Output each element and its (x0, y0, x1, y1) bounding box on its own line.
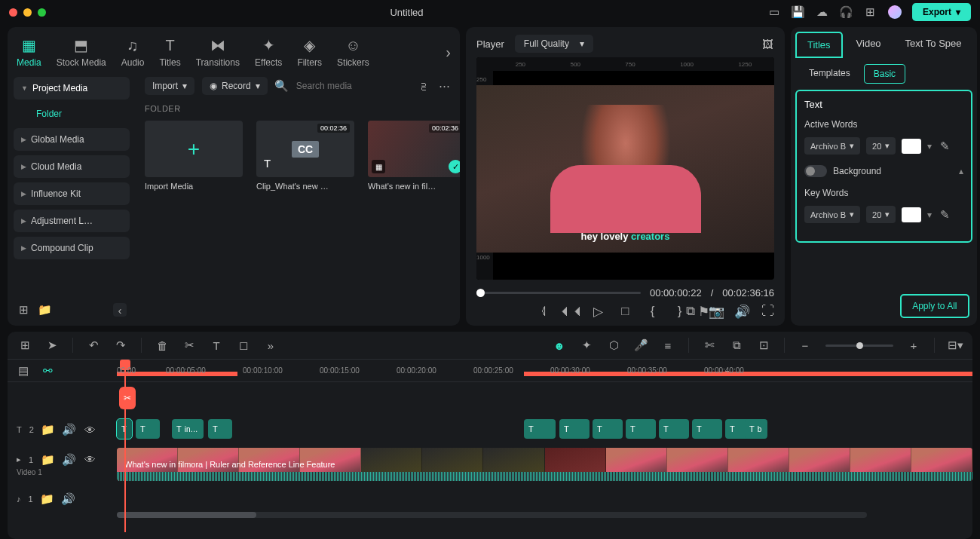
redo-icon[interactable]: ↷ (114, 338, 127, 352)
filter-icon[interactable]: ⫔ (417, 79, 430, 93)
text-clip[interactable]: Tb (745, 419, 767, 439)
media-item-cc-clip[interactable]: 00:02:36CCT Clip_What's new … (256, 121, 354, 191)
headphones-icon[interactable]: 🎧 (840, 5, 853, 19)
text-clip[interactable]: T (692, 419, 722, 439)
close-window[interactable] (9, 8, 17, 17)
media-item-import[interactable]: + Import Media (145, 121, 243, 191)
eyedropper-icon[interactable]: ✎ (938, 208, 951, 222)
cloud-icon[interactable]: ☁ (816, 5, 829, 19)
active-size-select[interactable]: 20▾ (866, 137, 896, 155)
text-clip[interactable]: T (659, 419, 689, 439)
collapse-sidebar-icon[interactable]: ‹ (113, 303, 127, 317)
chevron-down-icon[interactable]: ▾ (927, 210, 932, 220)
audio-track-content[interactable] (113, 488, 972, 510)
scrub-bar[interactable] (476, 292, 641, 294)
tab-titles[interactable]: TTitles (159, 34, 180, 71)
view-options-icon[interactable]: ⊟▾ (948, 338, 962, 352)
import-button[interactable]: Import▾ (145, 77, 194, 95)
play-icon[interactable]: ▷ (592, 305, 605, 318)
folder-icon[interactable]: 📁 (38, 303, 51, 317)
key-size-select[interactable]: 20▾ (866, 206, 896, 223)
background-toggle[interactable] (804, 165, 827, 177)
expand-icon[interactable]: ⊡ (757, 338, 770, 352)
text-tool-icon[interactable]: T (210, 338, 223, 352)
text-clip[interactable]: Tin… (172, 419, 204, 439)
subtab-basic[interactable]: Basic (864, 64, 905, 84)
quality-select[interactable]: Full Quality▾ (515, 35, 593, 53)
apply-to-all-button[interactable]: Apply to All (900, 294, 969, 318)
new-folder-icon[interactable]: ⊞ (17, 303, 30, 317)
split-icon[interactable]: ✂ (182, 338, 196, 352)
track-mute-icon[interactable]: 🔊 (63, 423, 76, 436)
export-button[interactable]: Export▾ (912, 3, 971, 21)
tab-effects[interactable]: ✦Effects (255, 33, 282, 71)
text-clip[interactable]: T (593, 419, 623, 439)
cut-at-playhead-button[interactable]: ✂ (119, 387, 136, 409)
user-avatar[interactable] (888, 5, 902, 19)
camera-icon[interactable]: 📷 (709, 305, 723, 318)
minimize-window[interactable] (23, 8, 32, 17)
collapse-icon[interactable]: ▴ (959, 166, 963, 176)
track-folder-icon[interactable]: 📁 (41, 453, 54, 467)
video-clip[interactable]: What's new in filmora | Ruler and Refere… (117, 448, 972, 481)
track-visibility-icon[interactable]: 👁 (83, 453, 96, 467)
marker-tool-icon[interactable]: ⬡ (607, 338, 620, 352)
track-mute-icon[interactable]: 🔊 (62, 492, 75, 506)
active-font-select[interactable]: Archivo B▾ (804, 137, 860, 155)
link-icon[interactable]: ⚯ (41, 364, 54, 378)
key-color-swatch[interactable] (902, 207, 921, 222)
text-clip[interactable]: T (524, 419, 556, 439)
prop-tab-video[interactable]: Video (846, 32, 892, 58)
tab-filters[interactable]: ◈Filters (297, 33, 322, 71)
effects-tool-icon[interactable]: ✦ (580, 338, 593, 352)
ai-icon[interactable]: ☻ (553, 338, 566, 352)
sidebar-project-media[interactable]: ▼Project Media (14, 77, 130, 100)
search-input[interactable] (296, 81, 409, 91)
zoom-in-icon[interactable]: + (907, 338, 920, 352)
grip-icon[interactable]: ⊞ (18, 338, 32, 352)
video-track-content[interactable]: What's new in filmora | Ruler and Refere… (113, 447, 972, 482)
key-font-select[interactable]: Archivo B▾ (804, 206, 860, 223)
tab-stickers[interactable]: ☺Stickers (337, 34, 369, 71)
apps-icon[interactable]: ⊞ (864, 5, 877, 19)
blade-icon[interactable]: ✄ (703, 338, 716, 352)
tab-audio[interactable]: ♫Audio (121, 34, 145, 71)
volume-icon[interactable]: 🔊 (735, 305, 749, 318)
group-icon[interactable]: ⧉ (730, 338, 743, 352)
prop-tab-tts[interactable]: Text To Spee (895, 32, 972, 58)
track-visibility-icon[interactable]: 👁 (84, 423, 97, 436)
zoom-slider[interactable] (825, 345, 893, 347)
track-list-icon[interactable]: ▤ (17, 364, 30, 378)
record-button[interactable]: ◉Record▾ (202, 77, 268, 95)
mark-in-icon[interactable]: { (646, 305, 660, 318)
text-clip[interactable]: T (626, 419, 656, 439)
eyedropper-icon[interactable]: ✎ (938, 139, 951, 153)
prop-tab-titles[interactable]: Titles (795, 32, 843, 58)
active-color-swatch[interactable] (902, 139, 921, 154)
layout-icon[interactable]: ▭ (767, 5, 781, 19)
track-folder-icon[interactable]: 📁 (41, 423, 55, 436)
track-folder-icon[interactable]: 📁 (41, 492, 54, 506)
media-item-video[interactable]: 00:02:36▦✓ What's new in fil… (368, 121, 460, 191)
text-clip[interactable]: T (208, 419, 232, 439)
tab-stock-media[interactable]: ⬒Stock Media (57, 33, 106, 71)
step-back-icon[interactable]: ⏴⏴ (565, 305, 578, 318)
maximize-window[interactable] (38, 8, 46, 17)
video-preview[interactable]: 25050075010001250 2505007501000 hey love… (476, 57, 774, 280)
crop-icon[interactable]: ◻ (237, 338, 250, 352)
sidebar-adjustment-layer[interactable]: ▶Adjustment L… (14, 210, 130, 232)
delete-icon[interactable]: 🗑 (155, 338, 169, 352)
sidebar-influence-kit[interactable]: ▶Influence Kit (14, 182, 130, 205)
text-clip[interactable]: T (136, 419, 160, 439)
snapshot-preview-icon[interactable]: 🖼 (761, 37, 774, 51)
sidebar-global-media[interactable]: ▶Global Media (14, 128, 130, 151)
sidebar-folder[interactable]: Folder (14, 104, 130, 124)
more-tools-icon[interactable]: » (264, 338, 277, 352)
fullscreen-icon[interactable]: ⛶ (761, 305, 774, 318)
save-icon[interactable]: 💾 (792, 5, 805, 19)
undo-icon[interactable]: ↶ (87, 338, 100, 352)
tabs-next-icon[interactable]: › (446, 44, 451, 61)
timeline-ruler[interactable]: 00:00 00:00:05:00 00:00:10:00 00:00:15:0… (113, 360, 972, 381)
tab-media[interactable]: ▦Media (17, 33, 41, 71)
sidebar-cloud-media[interactable]: ▶Cloud Media (14, 155, 130, 178)
